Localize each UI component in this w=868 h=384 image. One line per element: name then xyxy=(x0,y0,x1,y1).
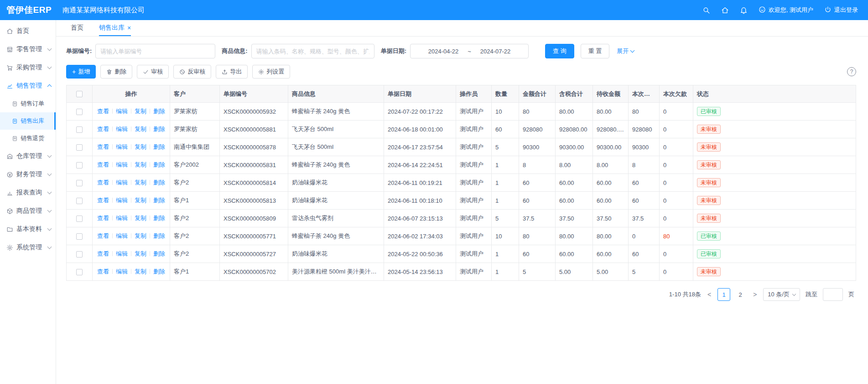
row-action-edit[interactable]: 编辑 xyxy=(116,232,128,239)
row-checkbox[interactable] xyxy=(76,126,83,133)
cell-customer: 罗莱家纺 xyxy=(170,121,220,138)
row-action-edit[interactable]: 编辑 xyxy=(116,215,128,221)
product-info-input[interactable] xyxy=(251,44,374,58)
column-settings-button[interactable]: 列设置 xyxy=(252,65,290,79)
sidebar-item-finance[interactable]: 财务管理 xyxy=(0,165,56,184)
row-action-edit[interactable]: 编辑 xyxy=(116,126,128,132)
row-action-edit[interactable]: 编辑 xyxy=(116,179,128,186)
row-action-copy[interactable]: 复制 xyxy=(135,250,146,257)
row-action-delete[interactable]: 删除 xyxy=(153,126,165,132)
close-icon[interactable]: × xyxy=(127,25,131,31)
row-action-edit[interactable]: 编辑 xyxy=(116,143,128,150)
row-action-view[interactable]: 查看 xyxy=(97,197,109,204)
page-button-2[interactable]: 2 xyxy=(734,288,747,301)
expand-link[interactable]: 展开 xyxy=(617,47,634,55)
row-action-edit[interactable]: 编辑 xyxy=(116,161,128,168)
search-icon[interactable] xyxy=(702,6,710,14)
row-action-view[interactable]: 查看 xyxy=(97,179,109,186)
unapprove-button[interactable]: 反审核 xyxy=(173,65,211,79)
search-button[interactable]: 查 询 xyxy=(545,44,574,58)
bell-icon[interactable] xyxy=(740,6,748,14)
help-icon[interactable]: ? xyxy=(847,67,856,76)
cell-debt: 0 xyxy=(660,210,693,227)
row-checkbox[interactable] xyxy=(76,198,83,204)
row-action-delete[interactable]: 删除 xyxy=(153,268,165,275)
row-action-copy[interactable]: 复制 xyxy=(135,215,146,221)
row-action-view[interactable]: 查看 xyxy=(97,126,109,132)
row-action-delete[interactable]: 删除 xyxy=(153,250,165,257)
row-checkbox[interactable] xyxy=(76,216,83,222)
sidebar-item-warehouse[interactable]: 仓库管理 xyxy=(0,147,56,165)
sidebar-item-sales-order[interactable]: 销售订单 xyxy=(0,95,56,112)
add-button[interactable]: + 新增 xyxy=(66,65,96,79)
row-checkbox[interactable] xyxy=(76,233,83,240)
tab-home[interactable]: 首页 xyxy=(71,20,83,36)
logout-button[interactable]: 退出登录 xyxy=(824,6,858,15)
chevron-down-icon xyxy=(47,172,52,176)
row-action-delete[interactable]: 删除 xyxy=(153,143,165,150)
row-action-copy[interactable]: 复制 xyxy=(135,143,146,150)
cell-status: 已审核 xyxy=(693,227,856,245)
page-size-select[interactable]: 10 条/页 xyxy=(763,288,800,301)
approve-button[interactable]: 审核 xyxy=(137,65,169,79)
next-page-button[interactable]: > xyxy=(752,291,758,298)
row-action-copy[interactable]: 复制 xyxy=(135,268,146,275)
row-action-copy[interactable]: 复制 xyxy=(135,197,146,204)
row-action-view[interactable]: 查看 xyxy=(97,143,109,150)
row-action-edit[interactable]: 编辑 xyxy=(116,268,128,275)
row-action-view[interactable]: 查看 xyxy=(97,161,109,168)
delete-button[interactable]: 删除 xyxy=(100,65,132,79)
cell-actions: 查看编辑复制删除 xyxy=(93,192,170,210)
sidebar-item-purchase[interactable]: 采购管理 xyxy=(0,58,56,77)
row-action-copy[interactable]: 复制 xyxy=(135,161,146,168)
row-checkbox[interactable] xyxy=(76,180,83,186)
row-checkbox[interactable] xyxy=(76,162,83,168)
row-action-delete[interactable]: 删除 xyxy=(153,179,165,186)
sidebar-item-sales-outbound[interactable]: 销售出库 xyxy=(0,112,56,130)
sidebar-item-system[interactable]: 系统管理 xyxy=(0,238,56,257)
row-action-edit[interactable]: 编辑 xyxy=(116,197,128,204)
row-action-view[interactable]: 查看 xyxy=(97,215,109,221)
select-all-checkbox[interactable] xyxy=(76,91,83,97)
row-action-view[interactable]: 查看 xyxy=(97,268,109,275)
row-action-edit[interactable]: 编辑 xyxy=(116,250,128,257)
sidebar-item-report[interactable]: 报表查询 xyxy=(0,184,56,202)
cell-actions: 查看编辑复制删除 xyxy=(93,245,170,263)
sidebar-item-retail[interactable]: 零售管理 xyxy=(0,40,56,58)
row-action-delete[interactable]: 删除 xyxy=(153,197,165,204)
row-action-copy[interactable]: 复制 xyxy=(135,179,146,186)
row-checkbox[interactable] xyxy=(76,144,83,151)
home-icon[interactable] xyxy=(721,6,729,14)
reset-button[interactable]: 重 置 xyxy=(581,44,610,58)
date-range-picker[interactable]: 2024-04-22 ~ 2024-07-22 xyxy=(410,44,529,58)
jump-page-input[interactable] xyxy=(823,288,843,301)
sidebar-item-sales[interactable]: 销售管理 xyxy=(0,77,56,95)
row-action-edit[interactable]: 编辑 xyxy=(116,108,128,115)
row-action-delete[interactable]: 删除 xyxy=(153,108,165,115)
row-action-view[interactable]: 查看 xyxy=(97,108,109,115)
doc-no-input[interactable] xyxy=(95,44,215,58)
tab-sales-outbound[interactable]: 销售出库× xyxy=(99,20,131,36)
sidebar-item-product[interactable]: 商品管理 xyxy=(0,202,56,220)
row-action-copy[interactable]: 复制 xyxy=(135,126,146,132)
sidebar-item-label: 销售出库 xyxy=(21,117,44,125)
row-action-view[interactable]: 查看 xyxy=(97,232,109,239)
export-button[interactable]: 导出 xyxy=(216,65,248,79)
row-checkbox[interactable] xyxy=(76,269,83,275)
sidebar-item-home[interactable]: 首页 xyxy=(0,22,56,40)
sidebar-item-basic[interactable]: 基本资料 xyxy=(0,220,56,238)
row-action-delete[interactable]: 删除 xyxy=(153,161,165,168)
row-action-delete[interactable]: 删除 xyxy=(153,232,165,239)
sidebar-item-sales-return[interactable]: 销售退货 xyxy=(0,130,56,147)
page-button-1[interactable]: 1 xyxy=(717,288,730,301)
cell-receivable: 37.50 xyxy=(593,210,629,227)
row-checkbox[interactable] xyxy=(76,251,83,258)
row-action-copy[interactable]: 复制 xyxy=(135,108,146,115)
row-action-delete[interactable]: 删除 xyxy=(153,215,165,221)
cell-amount: 60 xyxy=(519,245,556,263)
row-checkbox[interactable] xyxy=(76,109,83,115)
welcome-user[interactable]: 欢迎您, 测试用户 xyxy=(759,6,813,15)
row-action-view[interactable]: 查看 xyxy=(97,250,109,257)
row-action-copy[interactable]: 复制 xyxy=(135,232,146,239)
prev-page-button[interactable]: < xyxy=(707,291,712,298)
